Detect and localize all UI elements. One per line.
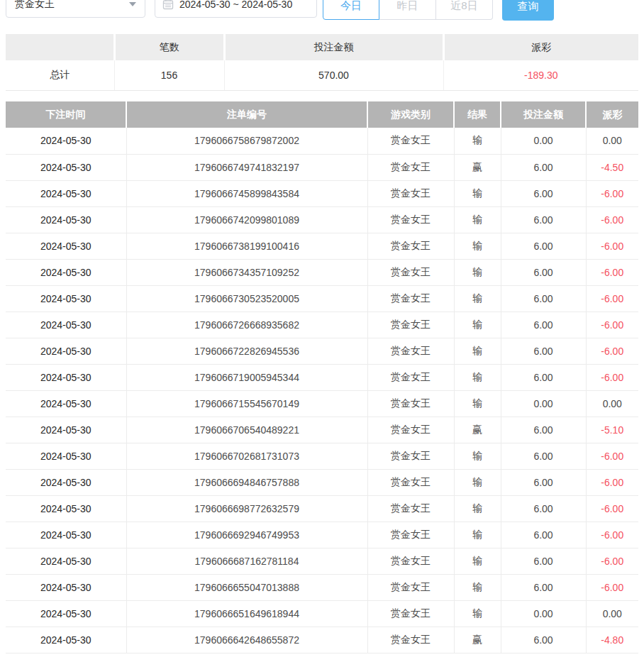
col-header-bet-time: 下注时间 xyxy=(6,101,126,128)
query-button[interactable]: 查询 xyxy=(502,0,554,21)
cell-payout: -6.00 xyxy=(586,311,638,338)
table-row: 2024-05-301796066734357109252赏金女王输6.00-6… xyxy=(6,259,638,285)
cell-result: 输 xyxy=(454,548,501,574)
cell-game-type: 赏金女王 xyxy=(367,128,454,154)
cell-result: 输 xyxy=(454,338,501,364)
table-row: 2024-05-301796066694846757888赏金女王输6.00-6… xyxy=(6,469,638,495)
cell-order-id: 1796066722826945536 xyxy=(126,338,367,364)
cell-payout: -4.50 xyxy=(586,154,638,180)
cell-payout: -6.00 xyxy=(586,469,638,495)
calendar-icon xyxy=(162,0,174,10)
cell-game-type: 赏金女王 xyxy=(367,206,454,233)
cell-game-type: 赏金女王 xyxy=(367,443,454,469)
cell-game-type: 赏金女王 xyxy=(367,233,454,259)
table-row: 2024-05-301796066738199100416赏金女王输6.00-6… xyxy=(6,233,638,259)
cell-result: 输 xyxy=(454,522,501,548)
table-row: 2024-05-301796066722826945536赏金女王输6.00-6… xyxy=(6,338,638,364)
cell-bet-amount: 6.00 xyxy=(501,233,586,259)
cell-order-id: 1796066742099801089 xyxy=(126,206,367,233)
table-row: 2024-05-301796066758679872002赏金女王输0.000.… xyxy=(6,128,638,154)
cell-payout: -6.00 xyxy=(586,285,638,311)
table-row: 2024-05-301796066742099801089赏金女王输6.00-6… xyxy=(6,206,638,233)
cell-order-id: 1796066745899843584 xyxy=(126,180,367,206)
cell-bet-amount: 6.00 xyxy=(501,338,586,364)
cell-order-id: 1796066758679872002 xyxy=(126,128,367,154)
table-row: 2024-05-301796066749741832197赏金女王赢6.00-4… xyxy=(6,154,638,180)
col-header-result: 结果 xyxy=(454,101,501,128)
cell-bet-amount: 6.00 xyxy=(501,627,586,653)
cell-payout: -5.10 xyxy=(586,416,638,443)
cell-bet-time: 2024-05-30 xyxy=(6,338,126,364)
cell-order-id: 1796066687162781184 xyxy=(126,548,367,574)
col-header-payout: 派彩 xyxy=(586,101,638,128)
cell-bet-amount: 6.00 xyxy=(501,469,586,495)
cell-game-type: 赏金女王 xyxy=(367,600,454,627)
today-button[interactable]: 今日 xyxy=(323,0,379,20)
cell-bet-time: 2024-05-30 xyxy=(6,600,126,627)
yesterday-button[interactable]: 昨日 xyxy=(379,0,436,20)
cell-bet-amount: 6.00 xyxy=(501,180,586,206)
cell-order-id: 1796066694846757888 xyxy=(126,469,367,495)
cell-bet-time: 2024-05-30 xyxy=(6,128,126,154)
cell-payout: -6.00 xyxy=(586,206,638,233)
summary-header-payout: 派彩 xyxy=(443,34,638,60)
cell-bet-time: 2024-05-30 xyxy=(6,495,126,522)
summary-total-bet-amount: 570.00 xyxy=(224,60,443,90)
cell-bet-time: 2024-05-30 xyxy=(6,364,126,390)
date-quick-filter-group: 今日 昨日 近8日 xyxy=(323,0,493,20)
cell-payout: -4.80 xyxy=(586,627,638,653)
cell-bet-amount: 6.00 xyxy=(501,154,586,180)
cell-bet-amount: 6.00 xyxy=(501,259,586,285)
cell-order-id: 1796066655047013888 xyxy=(126,574,367,600)
cell-bet-amount: 6.00 xyxy=(501,311,586,338)
cell-game-type: 赏金女王 xyxy=(367,285,454,311)
col-header-bet-amount: 投注金额 xyxy=(501,101,586,128)
cell-result: 输 xyxy=(454,443,501,469)
cell-bet-time: 2024-05-30 xyxy=(6,180,126,206)
cell-bet-time: 2024-05-30 xyxy=(6,443,126,469)
cell-bet-amount: 6.00 xyxy=(501,443,586,469)
cell-order-id: 1796066726668935682 xyxy=(126,311,367,338)
cell-bet-time: 2024-05-30 xyxy=(6,469,126,495)
cell-game-type: 赏金女王 xyxy=(367,390,454,416)
bet-table-body: 2024-05-301796066758679872002赏金女王输0.000.… xyxy=(6,128,638,653)
cell-result: 赢 xyxy=(454,627,501,653)
cell-payout: -6.00 xyxy=(586,443,638,469)
summary-table: 笔数 投注金额 派彩 总计 156 570.00 -189.30 xyxy=(6,34,638,91)
cell-bet-time: 2024-05-30 xyxy=(6,548,126,574)
cell-game-type: 赏金女王 xyxy=(367,627,454,653)
cell-bet-amount: 6.00 xyxy=(501,548,586,574)
cell-payout: -6.00 xyxy=(586,259,638,285)
cell-bet-amount: 6.00 xyxy=(501,522,586,548)
cell-bet-amount: 6.00 xyxy=(501,495,586,522)
date-range-input[interactable]: 2024-05-30 ~ 2024-05-30 xyxy=(155,0,317,18)
game-type-select[interactable]: 赏金女王 xyxy=(6,0,145,18)
cell-order-id: 1796066715545670149 xyxy=(126,390,367,416)
cell-result: 输 xyxy=(454,600,501,627)
cell-bet-amount: 6.00 xyxy=(501,285,586,311)
cell-game-type: 赏金女王 xyxy=(367,495,454,522)
cell-bet-amount: 0.00 xyxy=(501,600,586,627)
cell-payout: -6.00 xyxy=(586,338,638,364)
table-row: 2024-05-301796066702681731073赏金女王输6.00-6… xyxy=(6,443,638,469)
last-8-days-button[interactable]: 近8日 xyxy=(436,0,493,20)
cell-bet-time: 2024-05-30 xyxy=(6,259,126,285)
summary-total-label: 总计 xyxy=(6,60,114,90)
cell-bet-time: 2024-05-30 xyxy=(6,627,126,653)
table-row: 2024-05-301796066687162781184赏金女王输6.00-6… xyxy=(6,548,638,574)
cell-result: 赢 xyxy=(454,416,501,443)
cell-bet-time: 2024-05-30 xyxy=(6,233,126,259)
cell-order-id: 1796066702681731073 xyxy=(126,443,367,469)
cell-payout: -6.00 xyxy=(586,495,638,522)
cell-game-type: 赏金女王 xyxy=(367,311,454,338)
cell-order-id: 1796066738199100416 xyxy=(126,233,367,259)
cell-result: 输 xyxy=(454,180,501,206)
cell-payout: -6.00 xyxy=(586,233,638,259)
cell-result: 输 xyxy=(454,574,501,600)
cell-payout: -6.00 xyxy=(586,574,638,600)
summary-header-count: 笔数 xyxy=(114,34,224,60)
cell-result: 输 xyxy=(454,311,501,338)
cell-result: 输 xyxy=(454,285,501,311)
cell-payout: 0.00 xyxy=(586,128,638,154)
summary-total-payout: -189.30 xyxy=(443,60,638,90)
